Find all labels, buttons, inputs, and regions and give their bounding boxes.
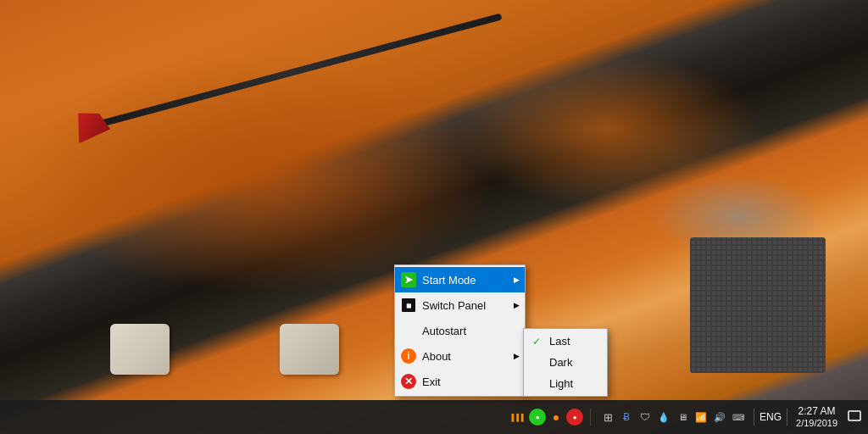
exit-icon: ✕ [400,373,417,390]
switch-panel-icon: ◼ [400,297,417,314]
tray-monitor-icon[interactable]: 🖥 [674,409,691,426]
clock-time: 2:27 AM [798,405,836,417]
tray-bluetooth-icon[interactable]: Ƀ [618,409,635,426]
about-icon: i [400,348,417,364]
submenu-item-light[interactable]: ✓ Light [524,373,607,394]
start-mode-icon: ➤ [400,271,417,288]
tray-network-icon[interactable]: 📶 [693,409,709,426]
submenu-item-last[interactable]: ✓ Last [524,331,607,352]
last-checkmark: ✓ [532,336,544,348]
about-label: About [422,350,518,363]
indicator-bar: ▌▌▌ [510,409,527,426]
app-dot-red[interactable]: ● [566,409,583,426]
system-clock[interactable]: 2:27 AM 2/19/2019 [789,400,844,434]
context-menu: ➤ Start Mode ◼ Switch Panel Autostart i … [394,264,526,397]
tray-shield-icon[interactable]: 🛡 [637,409,654,426]
notification-icon[interactable] [844,407,865,427]
tray-battery-icon[interactable]: 💧 [655,409,672,426]
submenu-item-dark[interactable]: ✓ Dark [524,352,607,373]
case-clasp-left [110,324,170,375]
menu-item-switch-panel[interactable]: ◼ Switch Panel [395,292,525,318]
svg-rect-0 [849,411,860,420]
tray-volume-icon[interactable]: 🔊 [711,409,728,426]
menu-item-about[interactable]: i About [395,343,525,369]
dark-checkmark: ✓ [532,357,544,369]
start-mode-submenu: ✓ Last ✓ Dark ✓ Light [523,328,608,397]
taskbar: ▌▌▌ ● ● ● ⊞ Ƀ 🛡 💧 🖥 📶 🔊 ⌨ ENG 2:27 AM 2/… [0,400,868,434]
light-checkmark: ✓ [532,378,544,390]
clock-date: 2/19/2019 [796,418,837,429]
tray-separator [754,409,754,426]
tray-separator2 [787,409,787,426]
exit-label: Exit [422,376,518,388]
app-indicators: ▌▌▌ ● ● ● [510,409,591,426]
dark-label: Dark [549,356,572,369]
autostart-icon [400,322,417,339]
autostart-label: Autostart [422,325,518,337]
switch-panel-label: Switch Panel [422,299,518,312]
last-label: Last [549,335,570,348]
tray-icons: ⊞ Ƀ 🛡 💧 🖥 📶 🔊 ⌨ [594,409,752,426]
app-dot-orange[interactable]: ● [548,409,565,426]
start-mode-label: Start Mode [422,274,518,287]
tray-language[interactable]: ENG [756,411,785,423]
menu-item-start-mode[interactable]: ➤ Start Mode [395,267,525,292]
tray-grid-icon[interactable]: ⊞ [599,409,616,426]
tray-keyboard-icon[interactable]: ⌨ [730,409,747,426]
menu-item-exit[interactable]: ✕ Exit [395,369,525,394]
speaker-grille [690,237,826,373]
light-label: Light [549,377,573,390]
menu-item-autostart[interactable]: Autostart [395,318,525,343]
case-clasp-right [280,324,339,375]
app-dot-green[interactable]: ● [529,409,546,426]
